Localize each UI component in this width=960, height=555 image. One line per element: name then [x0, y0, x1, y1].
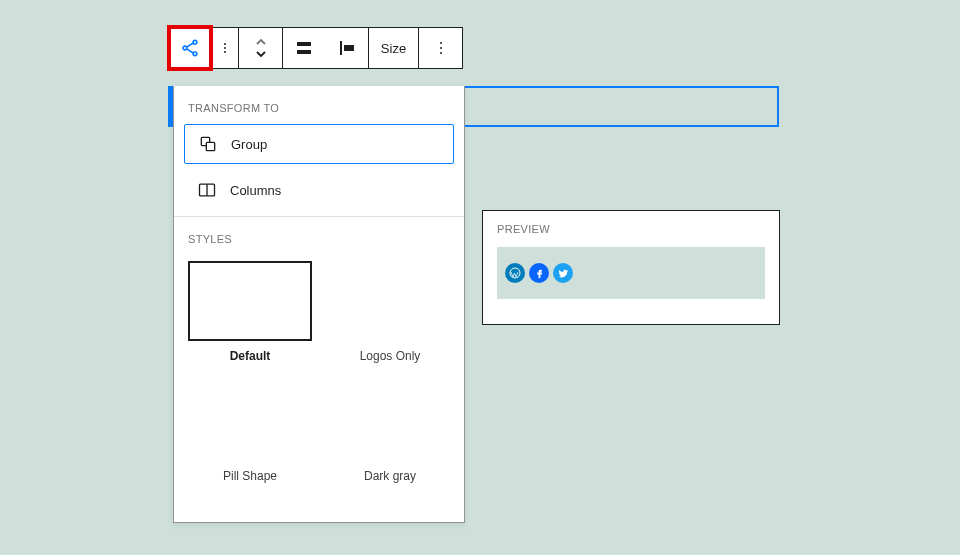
columns-icon [196, 180, 218, 200]
preview-header: PREVIEW [497, 223, 765, 235]
transform-option-columns[interactable]: Columns [184, 170, 454, 210]
kebab-icon [224, 47, 226, 49]
transform-header: TRANSFORM TO [174, 86, 464, 124]
style-option-default[interactable]: Default [188, 261, 312, 363]
size-button[interactable]: Size [369, 27, 419, 69]
transform-popover: TRANSFORM TO Group Columns STYLES Defaul… [173, 86, 465, 523]
svg-rect-5 [297, 42, 311, 46]
style-label: Logos Only [360, 349, 421, 363]
svg-rect-7 [340, 41, 342, 55]
style-thumb [188, 381, 312, 461]
style-option-logos-only[interactable]: Logos Only [328, 261, 452, 363]
style-thumb [328, 381, 452, 461]
more-options-button[interactable] [419, 27, 463, 69]
svg-line-4 [187, 49, 194, 53]
svg-rect-6 [297, 50, 311, 54]
share-icon [180, 38, 200, 58]
styles-header: STYLES [174, 217, 464, 255]
chevron-up-down-icon [253, 37, 269, 59]
move-up-down-button[interactable] [239, 27, 283, 69]
transform-option-label: Group [231, 137, 267, 152]
preview-social-row [497, 247, 765, 299]
style-label: Default [230, 349, 271, 363]
svg-line-3 [187, 43, 194, 47]
svg-rect-8 [344, 45, 354, 51]
style-thumb [188, 261, 312, 341]
twitter-icon [553, 263, 573, 283]
toolbar-kebab-1[interactable] [211, 27, 239, 69]
style-label: Dark gray [364, 469, 416, 483]
group-icon [197, 134, 219, 154]
block-toolbar: Size [169, 27, 463, 69]
alignment-group [283, 27, 369, 69]
wordpress-icon [505, 263, 525, 283]
block-type-social-links-button[interactable] [169, 27, 211, 69]
align-button[interactable] [327, 38, 369, 58]
size-label: Size [381, 41, 406, 56]
justify-center-icon [294, 38, 314, 58]
justify-button[interactable] [283, 38, 325, 58]
style-thumb [328, 261, 452, 341]
preview-panel: PREVIEW [482, 210, 780, 325]
styles-section: Default Logos Only Pill Shape Dark gray [174, 261, 464, 497]
transform-option-label: Columns [230, 183, 281, 198]
kebab-icon [440, 47, 442, 49]
style-label: Pill Shape [223, 469, 277, 483]
svg-point-1 [183, 46, 187, 50]
transform-option-group[interactable]: Group [184, 124, 454, 164]
facebook-icon [529, 263, 549, 283]
svg-point-2 [193, 52, 197, 56]
align-left-icon [337, 38, 357, 58]
svg-rect-10 [206, 142, 214, 150]
style-option-pill-shape[interactable]: Pill Shape [188, 381, 312, 483]
style-option-dark-gray[interactable]: Dark gray [328, 381, 452, 483]
svg-point-0 [193, 40, 197, 44]
